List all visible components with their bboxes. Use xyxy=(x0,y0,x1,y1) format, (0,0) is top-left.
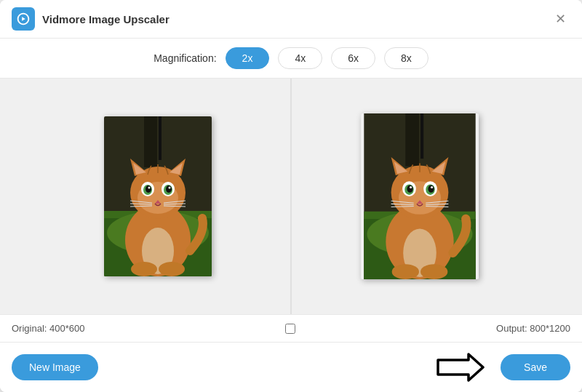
magnification-bar: Magnification: 2x 4x 6x 8x xyxy=(0,39,582,79)
arrow-icon xyxy=(435,351,486,383)
svg-point-20 xyxy=(148,187,150,189)
compare-checkbox-container xyxy=(285,324,295,334)
app-icon xyxy=(12,7,35,31)
svg-marker-62 xyxy=(438,354,483,380)
vidmore-icon xyxy=(15,11,31,27)
bottom-bar: New Image Save xyxy=(0,342,582,392)
svg-point-49 xyxy=(407,185,412,192)
svg-point-21 xyxy=(168,187,170,189)
status-bar: Original: 400*600 Output: 800*1200 xyxy=(0,314,582,342)
output-image-panel xyxy=(361,113,479,279)
output-size-label: Output: 800*1200 xyxy=(496,323,570,334)
svg-point-19 xyxy=(166,185,172,193)
svg-rect-32 xyxy=(405,113,419,167)
svg-point-52 xyxy=(431,186,433,188)
svg-point-29 xyxy=(131,262,157,276)
svg-point-60 xyxy=(391,264,418,279)
original-image-panel xyxy=(104,116,212,276)
svg-rect-2 xyxy=(159,116,162,160)
magnification-label: Magnification: xyxy=(154,52,216,64)
compare-checkbox[interactable] xyxy=(285,324,295,334)
title-bar: Vidmore Image Upscaler ✕ xyxy=(0,0,582,39)
app-title: Vidmore Image Upscaler xyxy=(42,13,170,25)
app-window: Vidmore Image Upscaler ✕ Magnification: … xyxy=(0,0,582,392)
bottom-right: Save xyxy=(435,351,570,383)
svg-point-51 xyxy=(410,186,412,188)
mag-btn-8x[interactable]: 8x xyxy=(384,47,428,69)
mag-btn-2x[interactable]: 2x xyxy=(226,47,270,69)
original-image xyxy=(104,116,212,276)
save-button[interactable]: Save xyxy=(501,354,570,380)
svg-rect-33 xyxy=(420,113,423,159)
original-size-label: Original: 400*600 xyxy=(12,323,84,334)
svg-rect-1 xyxy=(144,116,157,167)
svg-point-18 xyxy=(146,185,151,193)
new-image-button[interactable]: New Image xyxy=(12,354,98,380)
svg-point-50 xyxy=(428,185,434,192)
divider xyxy=(291,79,292,314)
svg-point-30 xyxy=(159,262,185,276)
svg-point-61 xyxy=(420,264,447,279)
output-image xyxy=(361,113,479,279)
mag-btn-4x[interactable]: 4x xyxy=(278,47,322,69)
right-arrow-icon xyxy=(435,351,486,383)
mag-btn-6x[interactable]: 6x xyxy=(331,47,375,69)
main-content xyxy=(0,79,582,314)
title-left: Vidmore Image Upscaler xyxy=(12,7,170,31)
close-button[interactable]: ✕ xyxy=(550,9,570,29)
